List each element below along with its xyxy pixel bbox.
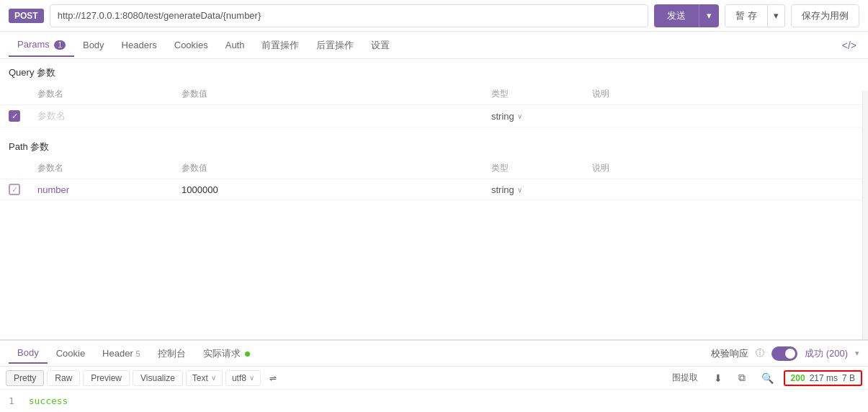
status-badge: 200 217 ms 7 B [784,370,862,386]
encoding-label: utf8 [232,373,246,383]
save-example-button[interactable]: 保存为用例 [791,4,859,27]
format-preview-button[interactable]: Preview [83,370,130,386]
line-number: 1 [9,395,14,406]
path-param-type-value: string [491,184,514,195]
wrap-icon[interactable]: ⇌ [264,371,282,385]
success-badge: 成功 (200) [805,347,848,360]
params-badge: 1 [54,40,66,50]
path-param-value[interactable]: 1000000 [182,184,218,195]
method-badge: POST [9,9,44,23]
tab-params[interactable]: Params 1 [9,33,74,57]
col-header-param-type-q: 类型 [483,84,583,105]
actual-request-dot [245,351,250,357]
col-header-param-name-p: 参数名 [29,158,173,179]
header-badge: 5 [135,349,140,358]
verify-label: 校验响应 [711,347,748,360]
format-raw-button[interactable]: Raw [47,370,80,386]
query-param-type-select[interactable]: string ∨ [491,111,575,122]
encoding-select[interactable]: utf8 ∨ [225,370,261,386]
search-icon[interactable]: 🔍 [756,370,779,386]
status-area: 围提取 ⬇ ⧉ 🔍 200 217 ms 7 B [666,370,862,386]
bottom-tab-console[interactable]: 控制台 [149,343,194,364]
tab-settings[interactable]: 设置 [362,33,398,58]
bottom-tab-cookie[interactable]: Cookie [48,344,94,363]
path-params-table: 参数名 参数值 类型 说明 number [0,158,868,200]
save-temp-button[interactable]: 暂 存 [725,4,768,27]
query-param-type-value: string [491,111,514,122]
format-bar: Pretty Raw Preview Visualize Text ∨ utf8… [0,367,868,390]
path-param-checkbox[interactable] [9,184,20,195]
tab-post-action[interactable]: 后置操作 [308,33,362,58]
tab-body[interactable]: Body [74,34,113,56]
scrollbar-track[interactable] [862,91,868,354]
tabs-bar: Params 1 Body Headers Cookies Auth 前置操作 … [0,32,868,59]
path-param-name: number [37,184,69,195]
tab-cookies[interactable]: Cookies [166,34,217,56]
download-icon[interactable]: ⬇ [708,370,728,386]
col-header-param-desc-q: 说明 [583,84,868,105]
copy-icon[interactable]: ⧉ [733,370,751,386]
path-param-type-select[interactable]: string ∨ [491,184,575,195]
col-header-param-desc-p: 说明 [583,158,868,179]
status-size: 7 B [842,373,855,383]
success-dropdown-arrow[interactable]: ▾ [855,349,859,358]
format-visualize-button[interactable]: Visualize [133,370,183,386]
code-content: success [29,395,68,406]
code-icon[interactable]: </> [839,37,859,54]
path-params-title: Path 参数 [0,133,868,158]
bottom-tabs-bar: Body Cookie Header 5 控制台 实际请求 校验响应 ⓘ 成功 … [0,341,868,367]
bottom-tabs-right: 校验响应 ⓘ 成功 (200) ▾ [711,346,859,361]
verify-toggle[interactable] [771,346,797,361]
tab-headers[interactable]: Headers [113,34,166,56]
format-pretty-button[interactable]: Pretty [6,370,44,386]
bottom-panel: Body Cookie Header 5 控制台 实际请求 校验响应 ⓘ 成功 … [0,339,868,412]
encoding-chevron: ∨ [249,374,254,382]
col-header-param-value-q: 参数值 [173,84,483,105]
send-dropdown-button[interactable]: ▾ [699,4,719,27]
status-code: 200 [791,373,805,383]
path-param-row: number 1000000 string ∨ [0,179,868,200]
code-area: 1 success [0,390,868,412]
query-param-name-placeholder[interactable]: 参数名 [37,110,66,121]
tab-auth[interactable]: Auth [217,34,254,56]
save-temp-dropdown-button[interactable]: ▾ [768,4,785,27]
text-format-chevron: ∨ [211,374,216,382]
verify-info-icon: ⓘ [756,347,764,359]
text-format-label: Text [192,373,208,383]
query-params-section: Query 参数 参数名 参数值 类型 说明 [0,59,868,127]
query-param-checkbox[interactable] [9,110,20,122]
send-button[interactable]: 发送 [654,4,699,27]
path-params-section: Path 参数 参数名 参数值 类型 说明 [0,133,868,200]
col-header-param-value-p: 参数值 [173,158,483,179]
extract-button[interactable]: 围提取 [666,370,704,386]
query-params-table: 参数名 参数值 类型 说明 参数名 [0,84,868,127]
bottom-tab-body[interactable]: Body [9,343,48,364]
col-header-param-type-p: 类型 [483,158,583,179]
chevron-down-icon-2: ∨ [517,186,522,194]
query-param-placeholder-row: 参数名 string ∨ [0,105,868,127]
text-format-select[interactable]: Text ∨ [186,370,223,386]
query-params-title: Query 参数 [0,59,868,84]
url-input[interactable] [50,4,649,27]
chevron-down-icon: ∨ [517,112,522,120]
status-time: 217 ms [810,373,838,383]
bottom-tab-header[interactable]: Header 5 [94,344,148,363]
tab-pre-action[interactable]: 前置操作 [253,33,308,58]
col-header-param-name-q: 参数名 [29,84,173,105]
bottom-tab-actual-request[interactable]: 实际请求 [194,343,259,364]
